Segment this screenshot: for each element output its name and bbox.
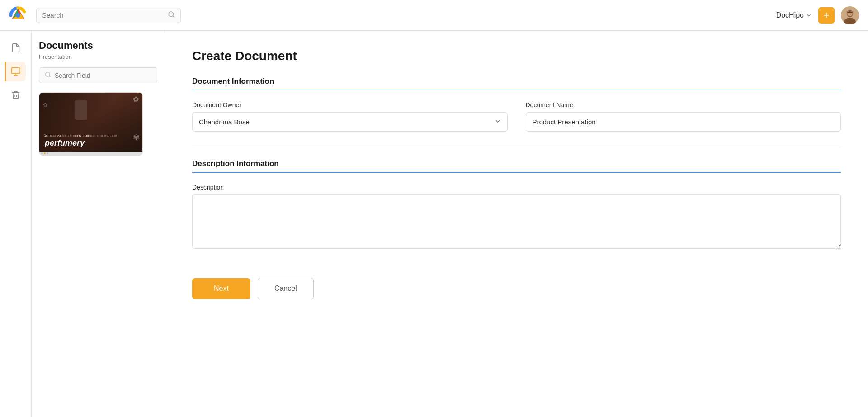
owner-select-wrapper: Chandrima Bose bbox=[192, 112, 508, 132]
sidebar-search-icon bbox=[45, 71, 51, 79]
svg-point-3 bbox=[16, 13, 20, 18]
template-card-image: ✿ ✾ ✿ Company Name www.companyname.com A… bbox=[39, 93, 143, 152]
sidebar-item-trash[interactable] bbox=[6, 85, 26, 105]
search-input[interactable] bbox=[42, 11, 165, 19]
sidebar-search-input[interactable] bbox=[55, 72, 151, 79]
topnav-right: DocHipo + bbox=[776, 6, 859, 24]
document-name-input[interactable] bbox=[526, 112, 841, 132]
svg-rect-10 bbox=[11, 68, 19, 74]
cancel-button[interactable]: Cancel bbox=[258, 278, 314, 299]
search-container[interactable] bbox=[36, 8, 181, 23]
description-textarea[interactable] bbox=[192, 194, 841, 249]
sidebar-title: Documents bbox=[39, 40, 157, 52]
document-info-section: Document Information Document Owner Chan… bbox=[192, 77, 841, 132]
dot-1 bbox=[41, 152, 43, 154]
svg-point-13 bbox=[46, 72, 50, 76]
brand-label[interactable]: DocHipo bbox=[776, 11, 812, 19]
add-button[interactable]: + bbox=[818, 7, 835, 24]
document-owner-label: Document Owner bbox=[192, 101, 508, 109]
search-icon bbox=[168, 11, 175, 20]
page-title: Create Document bbox=[192, 49, 841, 63]
svg-line-5 bbox=[173, 16, 174, 17]
document-name-label: Document Name bbox=[526, 101, 841, 109]
dot-3 bbox=[47, 152, 48, 154]
document-icon bbox=[11, 43, 21, 53]
main-content: Create Document Document Information Doc… bbox=[165, 31, 868, 417]
description-label: Description bbox=[192, 184, 841, 191]
sidebar-subtitle: Presentation bbox=[39, 53, 157, 60]
sidebar-item-documents[interactable] bbox=[6, 38, 26, 58]
form-group-description: Description bbox=[192, 184, 841, 251]
description-info-section: Description Information Description bbox=[192, 159, 841, 251]
svg-line-14 bbox=[49, 76, 51, 77]
action-bar: Next Cancel bbox=[192, 278, 841, 299]
template-company: Company Name www.companyname.com bbox=[44, 134, 117, 137]
avatar[interactable] bbox=[841, 6, 859, 24]
document-info-header: Document Information bbox=[192, 77, 841, 90]
presentation-icon bbox=[11, 66, 21, 76]
secondary-sidebar: Documents Presentation ✿ ✾ ✿ Company Nam… bbox=[32, 31, 165, 417]
svg-point-4 bbox=[169, 12, 174, 17]
document-owner-select[interactable]: Chandrima Bose bbox=[192, 112, 508, 132]
description-info-header: Description Information bbox=[192, 159, 841, 173]
next-button[interactable]: Next bbox=[192, 278, 250, 299]
dot-2 bbox=[44, 152, 46, 154]
form-group-name: Document Name bbox=[526, 101, 841, 132]
sidebar bbox=[0, 31, 32, 417]
template-card-bar bbox=[39, 152, 142, 155]
form-group-owner: Document Owner Chandrima Bose bbox=[192, 101, 508, 132]
sidebar-search-container[interactable] bbox=[39, 67, 157, 83]
sidebar-item-presentation[interactable] bbox=[5, 62, 26, 81]
app-logo[interactable] bbox=[9, 6, 27, 24]
template-card[interactable]: ✿ ✾ ✿ Company Name www.companyname.com A… bbox=[39, 92, 143, 156]
trash-icon bbox=[11, 90, 21, 100]
form-row-owner-name: Document Owner Chandrima Bose Document N… bbox=[192, 101, 841, 132]
topnav: DocHipo + bbox=[0, 0, 868, 31]
section-divider bbox=[192, 148, 841, 148]
chevron-down-icon bbox=[806, 12, 812, 19]
template-card-text: Company Name www.companyname.com A REVOL… bbox=[39, 130, 143, 152]
